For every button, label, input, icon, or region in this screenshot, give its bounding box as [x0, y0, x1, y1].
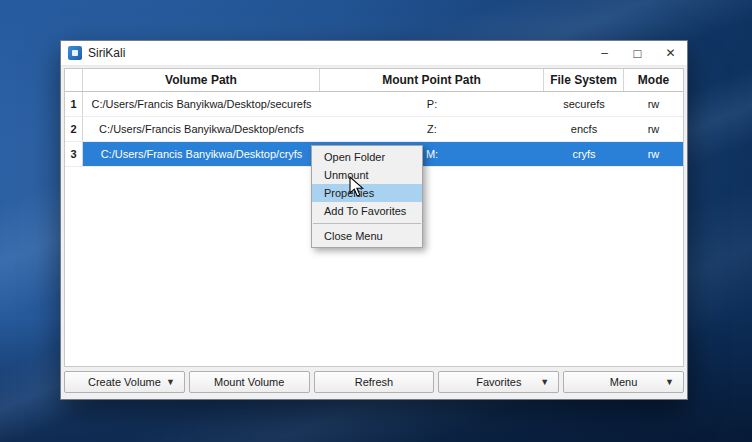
volume-path-cell: C:/Users/Francis Banyikwa/Desktop/secure…: [83, 92, 320, 116]
menu-label: Menu: [610, 376, 638, 388]
menu-item-add-to-favorites[interactable]: Add To Favorites: [312, 202, 422, 220]
row-number: 3: [65, 142, 83, 166]
dropdown-arrow-icon: ▼: [540, 377, 549, 387]
mount-point-cell: P:: [320, 92, 544, 116]
menu-item-properties[interactable]: Properties: [312, 184, 422, 202]
create-volume-label: Create Volume: [88, 376, 161, 388]
table-row-securefs[interactable]: 1 C:/Users/Francis Banyikwa/Desktop/secu…: [65, 92, 683, 117]
column-header-mount-point-path[interactable]: Mount Point Path: [320, 69, 544, 91]
toolbar: Create Volume ▼ Mount Volume Refresh Fav…: [64, 371, 684, 393]
mount-volume-label: Mount Volume: [214, 376, 284, 388]
dropdown-arrow-icon: ▼: [665, 377, 674, 387]
maximize-button[interactable]: □: [621, 41, 654, 65]
column-header-file-system[interactable]: File System: [544, 69, 624, 91]
mode-cell: rw: [624, 92, 683, 116]
volume-path-cell: C:/Users/Francis Banyikwa/Desktop/cryfs: [83, 142, 320, 166]
refresh-label: Refresh: [355, 376, 394, 388]
refresh-button[interactable]: Refresh: [314, 371, 435, 393]
menu-item-open-folder[interactable]: Open Folder: [312, 148, 422, 166]
desktop: SiriKali – □ ✕ Volume Path Mount Point P…: [0, 0, 752, 442]
table-corner: [65, 69, 83, 91]
table-header: Volume Path Mount Point Path File System…: [65, 69, 683, 92]
file-system-cell: encfs: [544, 117, 624, 141]
app-icon: [68, 46, 82, 60]
column-header-mode[interactable]: Mode: [624, 69, 683, 91]
close-button[interactable]: ✕: [654, 41, 687, 65]
sirikali-window: SiriKali – □ ✕ Volume Path Mount Point P…: [60, 40, 688, 400]
mode-cell: rw: [624, 142, 683, 166]
window-controls: – □ ✕: [588, 41, 687, 65]
menu-item-unmount[interactable]: Unmount: [312, 166, 422, 184]
row-number: 1: [65, 92, 83, 116]
menu-item-close-menu[interactable]: Close Menu: [312, 227, 422, 245]
minimize-button[interactable]: –: [588, 41, 621, 65]
menu-button[interactable]: Menu ▼: [563, 371, 684, 393]
mount-point-cell: Z:: [320, 117, 544, 141]
table-row-encfs[interactable]: 2 C:/Users/Francis Banyikwa/Desktop/encf…: [65, 117, 683, 142]
favorites-label: Favorites: [476, 376, 521, 388]
create-volume-button[interactable]: Create Volume ▼: [64, 371, 185, 393]
file-system-cell: cryfs: [544, 142, 624, 166]
volume-path-cell: C:/Users/Francis Banyikwa/Desktop/encfs: [83, 117, 320, 141]
dropdown-arrow-icon: ▼: [166, 377, 175, 387]
menu-separator: [313, 223, 421, 224]
favorites-button[interactable]: Favorites ▼: [438, 371, 559, 393]
file-system-cell: securefs: [544, 92, 624, 116]
column-header-volume-path[interactable]: Volume Path: [83, 69, 320, 91]
mount-volume-button[interactable]: Mount Volume: [189, 371, 310, 393]
context-menu: Open Folder Unmount Properties Add To Fa…: [311, 145, 423, 248]
row-number: 2: [65, 117, 83, 141]
window-title: SiriKali: [88, 46, 588, 60]
mode-cell: rw: [624, 117, 683, 141]
title-bar: SiriKali – □ ✕: [61, 41, 687, 66]
